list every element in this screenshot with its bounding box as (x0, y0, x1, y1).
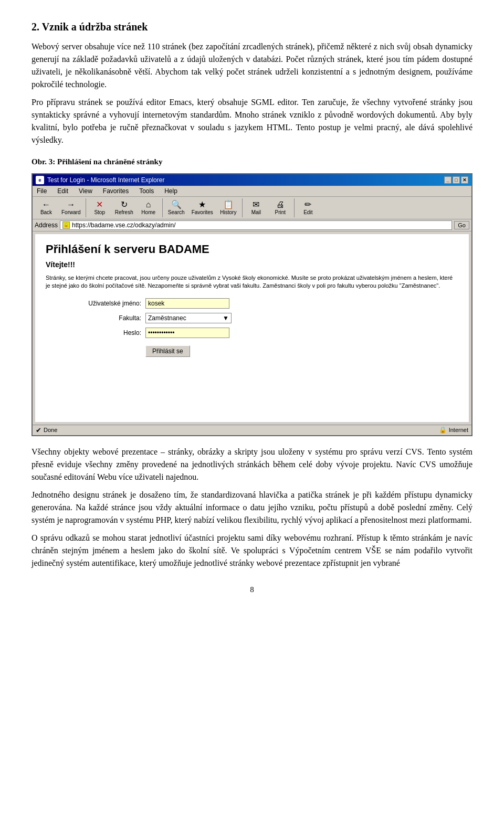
statusbar-left: ✔ Done (36, 426, 57, 434)
back-label: Back (40, 209, 52, 215)
search-icon: 🔍 (171, 201, 182, 209)
password-label: Heslo: (77, 329, 145, 336)
faculty-label: Fakulta: (77, 314, 145, 322)
home-button[interactable]: ⌂ Home (137, 199, 160, 217)
refresh-label: Refresh (115, 209, 133, 215)
mail-label: Mail (251, 209, 261, 215)
menu-favorites[interactable]: Favorites (101, 187, 131, 195)
faculty-value: Zaměstnanec (148, 314, 186, 322)
home-icon: ⌂ (146, 201, 151, 209)
refresh-button[interactable]: ↻ Refresh (112, 199, 136, 217)
section-heading: 2. Vznik a údržba stránek (32, 21, 472, 33)
menu-file[interactable]: File (35, 187, 49, 195)
faculty-row: Fakulta: Zaměstnanec ▼ (77, 313, 256, 323)
status-text: Done (44, 427, 57, 433)
paragraph-after-1: Všechny objekty webové prezentace – strá… (32, 446, 472, 483)
edit-label: Edit (303, 209, 312, 215)
titlebar-left: e Test for Login - Microsoft Internet Ex… (36, 176, 164, 184)
back-icon: ← (42, 201, 50, 209)
print-icon: 🖨 (276, 201, 285, 209)
browser-window: e Test for Login - Microsoft Internet Ex… (32, 173, 472, 436)
username-input[interactable] (145, 298, 229, 309)
minimize-button[interactable]: _ (444, 176, 452, 184)
back-button[interactable]: ← Back (35, 199, 58, 217)
paragraph-1: Webový server obsahuje více než 110 strá… (32, 40, 472, 91)
dropdown-arrow-icon: ▼ (223, 314, 229, 322)
page-number: 8 (32, 585, 472, 594)
close-button[interactable]: ✕ (461, 176, 468, 184)
browser-menubar: File Edit View Favorites Tools Help (33, 186, 471, 197)
done-icon: ✔ (36, 426, 41, 434)
browser-icon: e (36, 176, 44, 184)
search-button[interactable]: 🔍 Search (165, 199, 188, 217)
maximize-button[interactable]: □ (453, 176, 460, 184)
menu-view[interactable]: View (77, 187, 94, 195)
edit-icon: ✏ (304, 201, 311, 209)
login-description: Stránky, se kterými chcete pracovat, jso… (46, 274, 458, 290)
figure-caption: Obr. 3: Přihlášení na chráněné stránky (32, 156, 472, 168)
paragraph-after-3: O správu odkazů se mohou starat jednotli… (32, 532, 472, 570)
toolbar-separator-3 (242, 198, 243, 217)
faculty-select[interactable]: Zaměstnanec ▼ (145, 313, 232, 323)
print-button[interactable]: 🖨 Print (269, 199, 292, 217)
history-button[interactable]: 📋 History (217, 199, 240, 217)
paragraph-after-2: Jednotného designu stránek je dosaženo t… (32, 489, 472, 526)
stop-label: Stop (94, 209, 105, 215)
stop-icon: ✕ (96, 201, 103, 209)
browser-statusbar: ✔ Done 🔒 Internet (33, 425, 471, 435)
submit-button[interactable]: Přihlásit se (145, 345, 190, 357)
lock-icon: 🔒 (439, 426, 447, 434)
zone-text: Internet (449, 427, 468, 433)
toolbar-separator-2 (162, 198, 163, 217)
go-button[interactable]: Go (454, 221, 469, 229)
forward-icon: → (67, 201, 75, 209)
stop-button[interactable]: ✕ Stop (88, 199, 111, 217)
forward-button[interactable]: → Forward (59, 199, 83, 217)
password-row: Heslo: (77, 328, 256, 338)
search-label: Search (168, 209, 185, 215)
username-row: Uživatelské jméno: (77, 298, 256, 309)
address-security-icon: 🔒 (62, 222, 70, 229)
toolbar-separator-1 (86, 198, 86, 217)
mail-button[interactable]: ✉ Mail (245, 199, 268, 217)
browser-title: Test for Login - Microsoft Internet Expl… (47, 176, 164, 184)
home-label: Home (141, 209, 155, 215)
edit-button[interactable]: ✏ Edit (297, 199, 320, 217)
titlebar-buttons: _ □ ✕ (444, 176, 468, 184)
menu-help[interactable]: Help (162, 187, 180, 195)
login-form: Uživatelské jméno: Fakulta: Zaměstnanec … (77, 298, 256, 357)
browser-content: Přihlášení k serveru BADAME Vítejte!!! S… (35, 234, 469, 423)
address-field[interactable] (72, 222, 449, 229)
menu-tools[interactable]: Tools (137, 187, 156, 195)
address-input-container: 🔒 (60, 220, 452, 230)
mail-icon: ✉ (253, 201, 259, 209)
paragraph-2: Pro přípravu stránek se používá editor E… (32, 96, 472, 146)
forward-label: Forward (61, 209, 81, 215)
password-input[interactable] (145, 328, 229, 338)
login-title: Přihlášení k serveru BADAME (46, 243, 458, 256)
print-label: Print (275, 209, 286, 215)
address-bar: Address 🔒 Go (33, 219, 471, 231)
statusbar-right: 🔒 Internet (439, 426, 468, 434)
favorites-label: Favorites (192, 209, 213, 215)
browser-titlebar: e Test for Login - Microsoft Internet Ex… (33, 174, 471, 186)
history-icon: 📋 (223, 201, 234, 209)
favorites-icon: ★ (198, 201, 206, 209)
address-label: Address (35, 222, 58, 229)
toolbar-separator-4 (294, 198, 295, 217)
refresh-icon: ↻ (121, 201, 128, 209)
history-label: History (220, 209, 236, 215)
username-label: Uživatelské jméno: (77, 300, 145, 307)
browser-toolbar: ← Back → Forward ✕ Stop ↻ Refresh ⌂ Home… (33, 197, 471, 219)
login-welcome: Vítejte!!! (46, 260, 458, 269)
menu-edit[interactable]: Edit (55, 187, 70, 195)
favorites-button[interactable]: ★ Favorites (189, 199, 216, 217)
